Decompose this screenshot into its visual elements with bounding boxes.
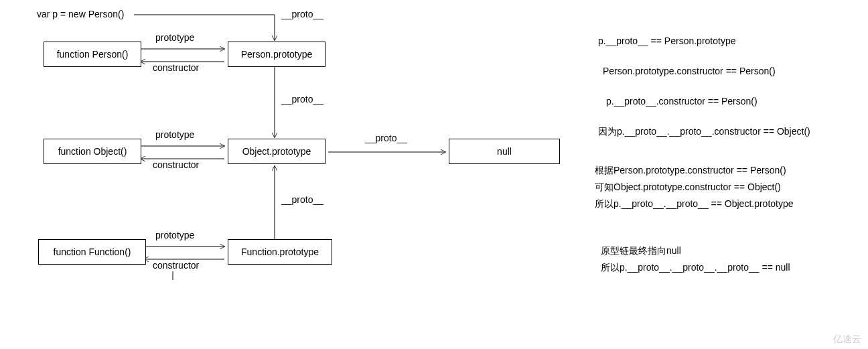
note-line-6: 可知Object.prototype.constructor == Object… (595, 180, 781, 194)
edge-label-constructor: constructor (153, 260, 199, 271)
box-function-prototype: Function.prototype (228, 239, 332, 265)
var-declaration: var p = new Person() (37, 9, 124, 19)
box-null: null (449, 139, 560, 164)
box-label: Person.prototype (241, 49, 313, 60)
note-line-3: p.__proto__.constructor == Person() (606, 94, 757, 109)
note-line-1: p.__proto__ == Person.prototype (598, 33, 735, 48)
box-object-prototype: Object.prototype (228, 139, 326, 164)
box-person-prototype: Person.prototype (228, 42, 326, 67)
box-label: function Object() (58, 146, 127, 157)
note-line-5: 根据Person.prototype.constructor == Person… (595, 163, 786, 178)
note-line-9: 所以p.__proto__.__proto__.__proto__ == nul… (601, 260, 790, 275)
proto-label-top: __proto__ (281, 9, 323, 19)
edge-label-constructor: constructor (153, 159, 199, 170)
note-line-4: 因为p.__proto__.__proto__.constructor == O… (598, 124, 810, 139)
note-line-8: 原型链最终指向null (601, 243, 681, 258)
box-label: Object.prototype (242, 146, 311, 157)
edge-label-proto: __proto__ (281, 194, 323, 205)
watermark-text: 亿速云 (833, 334, 861, 346)
edge-label-proto: __proto__ (281, 94, 323, 104)
edge-label-constructor: constructor (153, 62, 199, 73)
box-function-object: function Object() (44, 139, 141, 164)
box-label: Function.prototype (241, 247, 319, 257)
watermark: 亿速云 (830, 334, 861, 346)
edge-label-prototype: prototype (155, 32, 194, 43)
edge-label-prototype: prototype (155, 230, 194, 240)
edge-label-prototype: prototype (155, 129, 194, 140)
box-label: null (497, 146, 512, 157)
box-function-function: function Function() (38, 239, 146, 265)
box-label: function Person() (57, 49, 129, 60)
box-label: function Function() (54, 247, 131, 257)
edge-label-proto: __proto__ (365, 133, 407, 143)
note-line-2: Person.prototype.constructor == Person() (603, 64, 776, 78)
box-function-person: function Person() (44, 42, 141, 67)
note-line-7: 所以p.__proto__.__proto__ == Object.protot… (595, 196, 794, 211)
